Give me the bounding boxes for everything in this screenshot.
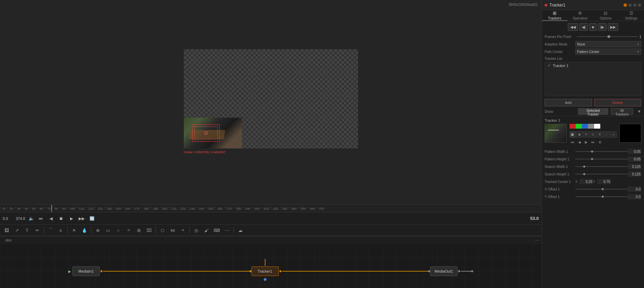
viewer-area: 3840x2160xfloat32 Center: 0.0507255, 0.0… (0, 0, 542, 205)
circle-view-icon[interactable]: ○ (604, 131, 610, 138)
y-offset-slider[interactable] (575, 196, 628, 197)
tracked-image (184, 118, 242, 148)
viewer-tool-button[interactable]: 🖼 (2, 226, 11, 235)
search-height-input[interactable] (628, 171, 641, 177)
alpha-icon[interactable]: A (611, 131, 617, 138)
show-extra-icon[interactable]: ▼ (637, 109, 641, 114)
tracked-center-y-input[interactable] (597, 179, 611, 184)
rect-tool-button[interactable]: ▭ (104, 226, 112, 235)
search-width-slider[interactable] (575, 166, 628, 167)
white-swatch[interactable] (594, 124, 600, 129)
divider-1 (542, 116, 644, 116)
tracker-node[interactable]: Tracker1 (251, 266, 279, 276)
red-swatch[interactable] (570, 124, 576, 129)
color-tool-button[interactable]: 💧 (80, 226, 89, 235)
node-graph-menu[interactable]: ··· (535, 237, 539, 243)
play-button[interactable]: ▶ (68, 215, 75, 222)
r-channel-icon[interactable]: R (583, 131, 589, 138)
track-backward-button[interactable]: ◀| (579, 23, 588, 31)
text-tool-button[interactable]: T (23, 226, 31, 235)
polyline-tool-button[interactable]: ∧ (56, 226, 65, 235)
track-tool-button[interactable]: ⌖ (178, 226, 187, 235)
key-tool-button[interactable]: ⌨ (212, 226, 221, 235)
preview-go-end-button[interactable]: ⏭ (590, 139, 596, 145)
b-channel-icon[interactable]: B (597, 131, 603, 138)
volume-icon[interactable]: 🔈 (29, 216, 34, 221)
frames-per-point-slider[interactable] (577, 36, 638, 37)
path-center-dropdown[interactable]: Pattern Center ▼ (575, 49, 641, 55)
timeline-ruler[interactable]: 10 20 30 40 50 60 70 80 90 100 110 120 1… (0, 205, 542, 212)
loop-button[interactable]: 🔄 (88, 215, 96, 222)
adaptive-mode-dropdown[interactable]: None ▼ (575, 41, 641, 47)
all-trackers-button[interactable]: All Trackers (611, 108, 633, 115)
media-out-node[interactable]: MediaOut1 (430, 266, 457, 276)
blue-swatch[interactable] (582, 124, 588, 129)
tracker-node-group: Tracker1 (251, 266, 279, 276)
crop-tool-button[interactable]: ⌧ (145, 226, 153, 235)
3d-tool-button[interactable]: ⋯ (222, 226, 231, 235)
track-backward-all-button[interactable]: ◀◀ (568, 23, 578, 31)
y-offset-input[interactable] (628, 194, 641, 199)
pattern-height-slider[interactable] (575, 159, 628, 159)
pointer-tool-button[interactable]: ↗ (12, 226, 21, 235)
search-height-slider[interactable] (575, 174, 628, 174)
node-graph[interactable]: ▶ MediaIn1 Tracker1 (0, 244, 542, 288)
mask-tool-button[interactable]: ⌗ (124, 226, 133, 235)
pattern-width-input[interactable] (628, 149, 641, 154)
brightness-tool-button[interactable]: ☀ (70, 226, 79, 235)
preview-copy-button[interactable]: ⊞ (597, 139, 603, 145)
tab-operation[interactable]: ⚙ Operation (567, 10, 593, 21)
pattern-width-slider[interactable] (575, 151, 628, 152)
tab-trackers[interactable]: ⊞ Trackers (542, 10, 567, 21)
adaptive-mode-value: None (577, 42, 585, 46)
x-axis-label: X (575, 180, 579, 184)
window-minimize-button[interactable] (624, 3, 627, 7)
window-close-button[interactable] (628, 3, 632, 7)
tracker-list-item-1[interactable]: ✓ Tracker 1 (545, 62, 641, 69)
window-expand-button[interactable] (633, 3, 636, 7)
tracked-center-x-input[interactable] (579, 179, 593, 184)
x-offset-slider[interactable] (575, 189, 628, 189)
connect-tool-button[interactable]: ⋈ (168, 226, 177, 235)
node-tool-button[interactable]: ⬡ (158, 226, 167, 235)
x-offset-input[interactable] (628, 186, 641, 192)
playhead[interactable] (51, 205, 52, 212)
green-swatch[interactable] (576, 124, 582, 129)
tab-options[interactable]: ⊟ Options (593, 10, 619, 21)
roto-tool-button[interactable]: ◎ (192, 226, 201, 235)
selected-tracker-button[interactable]: Selected Tracker (578, 108, 608, 115)
media-in-node[interactable]: MediaIn1 (72, 266, 100, 276)
gray-swatch[interactable] (588, 124, 594, 129)
checker-view-icon[interactable]: ▦ (570, 131, 576, 138)
preview-step-back-button[interactable]: ◀ (576, 139, 583, 145)
delete-tracker-button[interactable]: Delete (594, 99, 642, 106)
g-channel-icon[interactable]: G (590, 131, 596, 138)
tracker-list-box[interactable]: ✓ Tracker 1 (545, 62, 641, 96)
search-width-input[interactable] (628, 164, 641, 169)
preview-go-start-button[interactable]: ⏮ (570, 139, 576, 145)
ellipse-tool-button[interactable]: ○ (114, 226, 123, 235)
track-stop-button[interactable]: ■ (589, 23, 597, 31)
merge-tool-button[interactable]: ⊕ (93, 226, 102, 235)
tab-settings[interactable]: ☰ Settings (618, 10, 644, 21)
color-view-icon[interactable]: ◉ (576, 131, 583, 138)
node-connection-line-1 (103, 271, 249, 272)
go-to-start-button[interactable]: ⏮ (37, 215, 44, 222)
bezier-tool-button[interactable]: ⌒ (46, 226, 55, 235)
ruler-tick: 130 (95, 207, 105, 210)
track-forward-button[interactable]: |▶ (598, 23, 606, 31)
ruler-tick: 310 (262, 207, 271, 210)
paint-tool-button[interactable]: 🖌 (202, 226, 211, 235)
track-forward-all-button[interactable]: ▶▶ (608, 23, 618, 31)
transform-tool-button[interactable]: ⊞ (134, 226, 143, 235)
stop-button[interactable]: ⏹ (57, 215, 65, 222)
brush-tool-button[interactable]: ✏ (33, 226, 42, 235)
path-center-value: Pattern Center (577, 50, 599, 54)
pattern-height-input[interactable] (628, 156, 641, 162)
step-forward-button[interactable]: ▶▶ (78, 215, 85, 222)
add-tracker-button[interactable]: Add (545, 99, 592, 106)
step-back-button[interactable]: ◀ (47, 215, 55, 222)
window-fullscreen-button[interactable] (638, 3, 641, 7)
effects-tool-button[interactable]: ☁ (236, 226, 245, 235)
preview-step-fwd-button[interactable]: ▶ (583, 139, 589, 145)
